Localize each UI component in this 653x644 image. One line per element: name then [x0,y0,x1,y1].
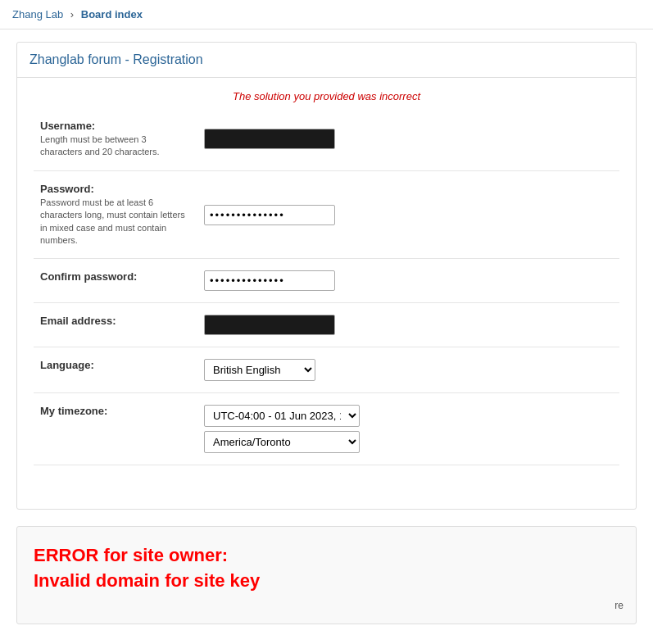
timezone-region-select[interactable]: America/Toronto America/New_York America… [204,431,360,453]
confirm-password-input-cell [197,265,619,296]
username-hint: Length must be between 3 characters and … [40,134,160,156]
registration-panel: Zhanglab forum - Registration The soluti… [16,42,637,510]
email-label-cell: Email address: [34,310,197,340]
timezone-row: My timezone: UTC-04:00 - 01 Jun 2023, 11… [34,400,619,458]
password-label-cell: Password: Password must be at least 6 ch… [34,178,197,252]
separator-3 [34,296,619,310]
username-input[interactable] [204,129,335,149]
password-label: Password: [40,183,189,195]
language-label-cell: Language: [34,354,197,386]
password-row: Password: Password must be at least 6 ch… [34,178,619,252]
confirm-password-label-cell: Confirm password: [34,265,197,296]
password-hint: Password must be at least 6 characters l… [40,197,185,245]
language-label: Language: [40,359,189,371]
email-label: Email address: [40,315,189,327]
username-label-cell: Username: Length must be between 3 chara… [34,115,197,164]
timezone-select[interactable]: UTC-04:00 - 01 Jun 2023, 11:48 UTC-05:00… [204,405,360,427]
page-title: Zhanglab forum - Registration [29,52,624,67]
confirm-password-row: Confirm password: [34,265,619,296]
captcha-error-line2: Invalid domain for site key [34,570,260,591]
registration-form: Username: Length must be between 3 chara… [34,115,619,497]
separator-4 [34,340,619,354]
breadcrumb-home-link[interactable]: Zhang Lab [12,8,63,20]
language-input-cell: British English American English German … [197,354,619,386]
username-label: Username: [40,120,189,132]
footer-line1: Thanks, [29,641,624,644]
email-row: Email address: [34,310,619,340]
separator-1 [34,164,619,178]
spacer-row [34,472,619,497]
breadcrumb-current: Board index [81,8,143,20]
separator-6 [34,458,619,472]
breadcrumb: Zhang Lab › Board index [0,0,653,29]
footer: Thanks, Kerry [16,637,637,644]
email-input[interactable] [204,315,335,335]
timezone-selects: UTC-04:00 - 01 Jun 2023, 11:48 UTC-05:00… [204,405,613,453]
captcha-error-box: ERROR for site owner: Invalid domain for… [16,526,637,624]
confirm-password-label: Confirm password: [40,270,189,283]
breadcrumb-separator: › [70,8,74,20]
email-input-cell [197,310,619,340]
captcha-error-text: ERROR for site owner: Invalid domain for… [34,543,619,594]
captcha-error-line1: ERROR for site owner: [34,545,228,565]
captcha-re-label: re [614,600,624,611]
timezone-input-cell: UTC-04:00 - 01 Jun 2023, 11:48 UTC-05:00… [197,400,619,458]
error-message: The solution you provided was incorrect [34,90,619,102]
timezone-label: My timezone: [40,405,189,417]
panel-body: The solution you provided was incorrect … [17,78,636,509]
timezone-label-cell: My timezone: [34,400,197,458]
main-content: Zhanglab forum - Registration The soluti… [0,29,653,644]
password-input-cell [197,178,619,252]
separator-5 [34,386,619,400]
password-input[interactable] [204,205,335,225]
username-row: Username: Length must be between 3 chara… [34,115,619,164]
confirm-password-input[interactable] [204,270,335,291]
separator-2 [34,252,619,265]
language-select[interactable]: British English American English German … [204,359,315,381]
panel-header: Zhanglab forum - Registration [17,43,636,78]
language-row: Language: British English American Engli… [34,354,619,386]
username-input-cell [197,115,619,164]
